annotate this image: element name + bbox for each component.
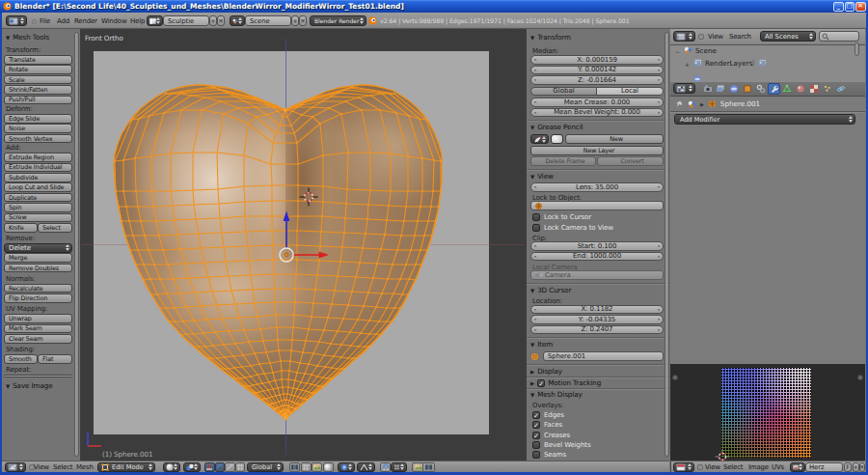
checkbox-box[interactable]: ✓: [532, 421, 540, 429]
grease-new-layer-button[interactable]: New Layer: [530, 146, 664, 155]
grease-pencil-panel-header[interactable]: ▼Grease Pencil: [530, 122, 665, 132]
field-left-arrow[interactable]: ◂: [534, 67, 536, 74]
tool-button-duplicate[interactable]: Duplicate: [4, 193, 72, 203]
mean-crease-slider[interactable]: ◂Mean Crease: 0.000▸: [530, 98, 664, 107]
header-collapse-button[interactable]: [32, 19, 37, 24]
uv-image-unlink-button[interactable]: ✕: [859, 462, 866, 472]
clip-start-field[interactable]: ◂Start: 0.100▸: [530, 241, 664, 251]
field-right-arrow[interactable]: ▸: [658, 306, 660, 314]
field-left-arrow[interactable]: ◂: [534, 98, 536, 106]
tool-button-mark-seam[interactable]: Mark Seam: [4, 324, 72, 334]
field-left-arrow[interactable]: ◂: [534, 316, 536, 323]
manipulator-rotate-button[interactable]: [215, 462, 226, 472]
field-right-arrow[interactable]: ▸: [658, 316, 660, 323]
properties-editor-menu-button[interactable]: [673, 83, 695, 94]
item-name-field[interactable]: Sphere.001: [543, 351, 664, 361]
manipulator-toggle-button[interactable]: [204, 462, 215, 472]
properties-tab-particles[interactable]: [821, 83, 833, 95]
checkbox-box[interactable]: ✓: [532, 432, 540, 439]
npanel-scrollbar[interactable]: [665, 32, 669, 457]
window-maximize-button[interactable]: □: [845, 2, 855, 12]
uv-region-nub-right[interactable]: [857, 375, 863, 380]
outliner-editor-menu-button[interactable]: [673, 31, 695, 42]
tool-button-push-pull[interactable]: Push/Pull: [4, 96, 72, 105]
grease-convert-button[interactable]: Convert: [597, 156, 664, 166]
pivot-point-select[interactable]: [183, 462, 201, 472]
uv-image-select-button[interactable]: [790, 462, 805, 472]
lock-to-cursor-checkbox[interactable]: Lock to Cursor: [532, 212, 662, 221]
tool-button-extrude-region[interactable]: Extrude Region: [4, 153, 72, 162]
field-right-arrow[interactable]: ▸: [658, 56, 660, 64]
field-left-arrow[interactable]: ◂: [534, 242, 536, 250]
menu-file[interactable]: File: [40, 14, 54, 27]
manipulator-scale-button[interactable]: [225, 462, 235, 472]
snap-toggle-button[interactable]: [380, 462, 391, 472]
grease-delete-frame-button[interactable]: Delete Frame: [530, 156, 596, 166]
field-right-arrow[interactable]: ▸: [658, 183, 660, 191]
view3d-menu-mesh[interactable]: Mesh: [76, 461, 95, 473]
field-left-arrow[interactable]: ◂: [534, 306, 536, 314]
tool-button-recalculate[interactable]: Recalculate: [4, 284, 72, 293]
local-button[interactable]: Local: [597, 87, 664, 97]
opengl-render-button[interactable]: [412, 462, 423, 472]
checkbox-box[interactable]: [532, 224, 540, 232]
motion-tracking-panel-header[interactable]: ▶✓Motion Tracking: [530, 377, 665, 388]
outliner-menu-view[interactable]: View: [708, 30, 725, 42]
orientation-select[interactable]: Global: [247, 462, 284, 472]
tool-button-subdivide[interactable]: Subdivide: [4, 173, 72, 182]
lens-field[interactable]: ◂Lens: 35.000▸: [530, 182, 664, 192]
median-y-field[interactable]: ◂Y: 0.000142▸: [530, 66, 664, 75]
field-right-arrow[interactable]: ▸: [658, 98, 660, 106]
render-engine-select[interactable]: Blender Render: [310, 15, 366, 26]
checkbox-box[interactable]: [532, 213, 540, 221]
mesh-tools-panel-header[interactable]: ▼Mesh Tools: [6, 32, 73, 42]
view3d-menu-select[interactable]: Select: [53, 461, 74, 473]
window-close-button[interactable]: ✕: [855, 2, 866, 12]
tool-button-rotate[interactable]: Rotate: [4, 65, 72, 74]
properties-tab-world[interactable]: [728, 83, 741, 95]
info-editor-menu-button[interactable]: [6, 15, 27, 26]
scene-add-button[interactable]: +: [291, 15, 299, 26]
clip-end-field[interactable]: ◂End: 1000.000▸: [530, 252, 664, 262]
manipulator-extra-button[interactable]: [235, 462, 246, 472]
overlay-checkbox-creases[interactable]: ✓Creases: [532, 431, 662, 439]
uv-collapse-button[interactable]: [697, 464, 703, 470]
overlay-checkbox-faces[interactable]: ✓Faces: [532, 421, 662, 430]
view3d-editor-menu-button[interactable]: [5, 462, 26, 472]
layout-delete-button[interactable]: ✕: [217, 15, 225, 26]
uv-menu-select[interactable]: Select: [723, 461, 746, 473]
tool-button-clear-seam[interactable]: Clear Seam: [4, 334, 72, 344]
tool-button-remove-doubles[interactable]: Remove Doubles: [4, 264, 72, 273]
proportional-edit-select[interactable]: [338, 462, 355, 472]
properties-tab-modifiers[interactable]: [768, 83, 780, 95]
outliner-collapse-button[interactable]: [698, 34, 704, 40]
viewport-shading-select[interactable]: [163, 462, 180, 472]
menu-help[interactable]: Help: [130, 14, 146, 27]
overlay-checkbox-seams[interactable]: Seams: [532, 451, 662, 460]
uv-menu-image[interactable]: Image: [748, 461, 769, 473]
window-minimize-button[interactable]: _: [833, 2, 844, 12]
display-panel-header[interactable]: ▶Display: [530, 366, 665, 377]
tool-button-noise[interactable]: Noise: [4, 124, 72, 133]
field-right-arrow[interactable]: ▸: [658, 67, 660, 74]
add-modifier-select[interactable]: Add Modifier: [674, 114, 855, 125]
cursor-3d-panel-header[interactable]: ▼3D Cursor: [530, 285, 665, 295]
outliner-filter-select[interactable]: All Scenes: [760, 31, 816, 42]
tool-button-edge-slide[interactable]: Edge Slide: [4, 114, 72, 124]
scene-name-field[interactable]: Scene: [245, 15, 291, 26]
tool-button-select[interactable]: Select: [38, 223, 72, 233]
field-right-arrow[interactable]: ▸: [658, 242, 660, 250]
field-left-arrow[interactable]: ◂: [534, 183, 536, 191]
field-left-arrow[interactable]: ◂: [534, 76, 536, 84]
uv-menu-view[interactable]: View: [705, 461, 721, 473]
tool-button-translate[interactable]: Translate: [4, 55, 72, 65]
view3d-menu-view[interactable]: View: [34, 461, 51, 473]
uv-fake-user-button[interactable]: F: [844, 462, 852, 472]
properties-tab-renderlayers[interactable]: [715, 83, 727, 95]
overlay-checkbox-edges[interactable]: ✓Edges: [532, 411, 662, 420]
uv-editor-menu-button[interactable]: [673, 462, 694, 472]
properties-tab-material[interactable]: [795, 83, 807, 95]
tool-button-scale[interactable]: Scale: [4, 75, 72, 85]
checkbox-box[interactable]: [532, 441, 540, 449]
uv-image-name-field[interactable]: Herz: [805, 462, 843, 472]
